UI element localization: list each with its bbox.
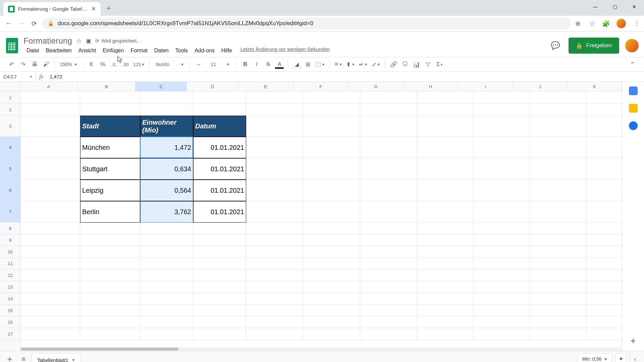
menu-bearbeiten[interactable]: Bearbeiten — [43, 46, 74, 55]
cell-I14[interactable] — [474, 293, 530, 305]
cell-K2[interactable] — [586, 104, 622, 116]
cell-A9[interactable] — [21, 234, 80, 246]
cell-D3[interactable]: Datum — [193, 116, 246, 137]
cell-H5[interactable] — [417, 158, 474, 180]
tab-close-icon[interactable]: ✕ — [91, 5, 96, 12]
cell-J17[interactable] — [530, 328, 586, 340]
increase-decimal-button[interactable]: .00 — [121, 59, 131, 69]
cell-H11[interactable] — [417, 258, 474, 269]
cell-C13[interactable] — [140, 281, 193, 293]
cell-A4[interactable] — [21, 137, 80, 158]
cell-E14[interactable] — [246, 293, 303, 305]
v-align-button[interactable]: ⬍▼ — [345, 59, 356, 69]
cell-E17[interactable] — [246, 328, 303, 340]
cell-I7[interactable] — [474, 201, 530, 223]
cell-K14[interactable] — [586, 293, 622, 305]
cell-B6[interactable]: Leipzig — [80, 180, 140, 201]
cell-I16[interactable] — [474, 316, 530, 328]
cell-J7[interactable] — [530, 201, 586, 223]
fill-color-button[interactable]: ◢ — [291, 59, 302, 69]
extensions-icon[interactable]: 🧩 — [602, 20, 610, 27]
cell-F16[interactable] — [303, 316, 360, 328]
row-header-11[interactable]: 11 — [0, 258, 20, 269]
formula-input[interactable]: 1,472 — [46, 74, 644, 79]
cell-G1[interactable] — [360, 92, 417, 104]
cell-J5[interactable] — [530, 158, 586, 180]
cell-I3[interactable] — [474, 116, 530, 137]
cell-I17[interactable] — [474, 328, 530, 340]
row-header-14[interactable]: 14 — [0, 293, 20, 305]
move-icon[interactable]: ▣ — [86, 38, 91, 45]
cell-A5[interactable] — [21, 158, 80, 180]
cell-A6[interactable] — [21, 180, 80, 201]
cell-H4[interactable] — [417, 137, 474, 158]
cell-J10[interactable] — [530, 246, 586, 258]
cell-A17[interactable] — [21, 328, 80, 340]
cell-K4[interactable] — [586, 137, 622, 158]
side-panel-toggle[interactable]: ‹ — [630, 351, 640, 362]
cell-D1[interactable] — [193, 92, 246, 104]
cell-B8[interactable] — [80, 223, 140, 234]
cell-H8[interactable] — [417, 223, 474, 234]
profile-avatar[interactable] — [616, 19, 626, 28]
tasks-icon[interactable] — [629, 121, 638, 130]
cell-J4[interactable] — [530, 137, 586, 158]
cell-E5[interactable] — [246, 158, 303, 180]
functions-button[interactable]: Σ▾ — [434, 59, 444, 69]
row-header-17[interactable]: 17 — [0, 328, 20, 340]
cell-H15[interactable] — [417, 305, 474, 316]
cell-F6[interactable] — [303, 180, 360, 201]
row-header-1[interactable]: 1 — [0, 92, 20, 104]
cell-E15[interactable] — [246, 305, 303, 316]
cell-K10[interactable] — [586, 246, 622, 258]
decrease-decimal-button[interactable]: .0_ — [109, 59, 119, 69]
cell-I13[interactable] — [474, 281, 530, 293]
cell-D12[interactable] — [193, 269, 246, 281]
cell-B17[interactable] — [80, 328, 140, 340]
cell-J2[interactable] — [530, 104, 586, 116]
menu-daten[interactable]: Daten — [151, 46, 172, 55]
spreadsheet-grid[interactable]: ABCDEFGHIJK 1234567891011121314151617 St… — [0, 82, 622, 351]
column-header-B[interactable]: B — [77, 82, 136, 91]
maximize-button[interactable]: ▢ — [605, 0, 625, 13]
cell-D4[interactable]: 01.01.2021 — [193, 137, 246, 158]
font-size-increase[interactable]: + — [223, 59, 233, 69]
cell-K11[interactable] — [586, 258, 622, 269]
cell-I8[interactable] — [474, 223, 530, 234]
cell-B12[interactable] — [80, 269, 140, 281]
name-box[interactable]: C4:C7▼ — [0, 72, 36, 81]
cell-G17[interactable] — [360, 328, 417, 340]
font-dropdown[interactable]: Nunito▼ — [153, 62, 186, 67]
cell-G8[interactable] — [360, 223, 417, 234]
column-header-F[interactable]: F — [293, 82, 349, 91]
cell-E10[interactable] — [246, 246, 303, 258]
cell-J8[interactable] — [530, 223, 586, 234]
cell-B5[interactable]: Stuttgart — [80, 158, 140, 180]
currency-button[interactable]: € — [87, 59, 97, 69]
cell-C2[interactable] — [140, 104, 193, 116]
cell-G11[interactable] — [360, 258, 417, 269]
cell-H13[interactable] — [417, 281, 474, 293]
cell-G12[interactable] — [360, 269, 417, 281]
cell-J11[interactable] — [530, 258, 586, 269]
cell-B1[interactable] — [80, 92, 140, 104]
cell-A11[interactable] — [21, 258, 80, 269]
merge-button[interactable]: ⬚▼ — [314, 59, 326, 69]
cell-D2[interactable] — [193, 104, 246, 116]
cell-E13[interactable] — [246, 281, 303, 293]
share-button[interactable]: 🔒Freigeben — [569, 38, 619, 54]
calendar-icon[interactable] — [629, 86, 638, 95]
cell-D8[interactable] — [193, 223, 246, 234]
menu-datei[interactable]: Datei — [23, 46, 42, 55]
font-size-input[interactable]: 11 — [205, 62, 222, 67]
redo-button[interactable]: ↷ — [18, 59, 28, 69]
cell-B9[interactable] — [80, 234, 140, 246]
cell-D7[interactable]: 01.01.2021 — [193, 201, 246, 223]
cell-C7[interactable]: 3,762 — [140, 201, 193, 223]
cell-A7[interactable] — [21, 201, 80, 223]
cell-A12[interactable] — [21, 269, 80, 281]
cell-F10[interactable] — [303, 246, 360, 258]
cell-K6[interactable] — [586, 180, 622, 201]
cell-A3[interactable] — [21, 116, 80, 137]
bookmark-icon[interactable]: ☆ — [588, 20, 596, 27]
